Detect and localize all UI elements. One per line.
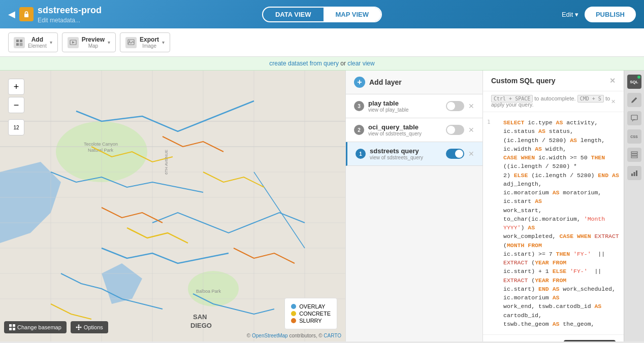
sql-area-wrapper: Custom SQL query ✕ Ctrl + SPACE to autoc…	[483, 71, 624, 341]
clear-view-link-top[interactable]: clear view	[347, 60, 374, 67]
publish-button[interactable]: PUBLISH	[585, 7, 636, 22]
top-header: ◀ sdstreets-prod Edit metadata... DATA V…	[0, 0, 644, 28]
edit-style-icon[interactable]	[627, 93, 641, 107]
add-layer-row[interactable]: + Add layer	[346, 71, 482, 94]
layer-close-3[interactable]: ✕	[468, 102, 474, 110]
export-image-text: Export Image	[140, 36, 159, 49]
comment-icon[interactable]	[627, 111, 641, 125]
options-label: Options	[84, 324, 103, 330]
layer-row-2[interactable]: 2 oci_query_table view of sdstreets_quer…	[346, 118, 482, 142]
zoom-level-indicator: 12	[8, 119, 24, 135]
header-right: Edit ▾ PUBLISH	[562, 7, 636, 22]
svg-point-39	[78, 326, 80, 328]
lock-icon	[19, 7, 34, 21]
layer-row-3[interactable]: 3 play table view of play_table ✕	[346, 94, 482, 118]
export-image-icon	[125, 37, 137, 48]
toggle-knob-1	[455, 150, 463, 158]
map-attribution: © OpenStreetMap contributors, © CARTO	[247, 333, 341, 338]
css-icon[interactable]: CSS	[627, 129, 641, 144]
dataset-title: sdstreets-prod	[38, 5, 102, 16]
layer-name-3: play table	[368, 99, 442, 107]
tab-map-view[interactable]: MAP VIEW	[324, 8, 381, 21]
sql-hint-bar: Ctrl + SPACE to autocomplete. CMD + S to…	[483, 91, 624, 112]
apply-query-button[interactable]: Apply query	[564, 340, 616, 341]
svg-text:Balboa Park: Balboa Park	[196, 289, 221, 294]
svg-rect-50	[636, 170, 637, 176]
osm-link[interactable]: OpenStreetMap	[252, 333, 288, 338]
layer-sub-2: view of sdstreets_query	[368, 131, 442, 136]
sql-code-area[interactable]: 1 SELECT ic.type AS activity, ic.status …	[483, 112, 624, 334]
layer-toggle-1[interactable]	[446, 149, 464, 159]
layer-name-1: sdstreets query	[370, 147, 442, 155]
tab-data-view[interactable]: DATA VIEW	[263, 8, 324, 21]
export-image-button[interactable]: Export Image ▾	[120, 32, 170, 52]
view-tabs: DATA VIEW MAP VIEW	[262, 7, 382, 22]
legend-label-overlay: OVERLAY	[299, 303, 325, 310]
svg-point-40	[78, 325, 79, 326]
change-basemap-button[interactable]: Change basemap	[4, 321, 67, 333]
layer-sub-3: view of play_table	[368, 107, 442, 113]
carto-link[interactable]: CARTO	[324, 333, 341, 338]
svg-rect-45	[631, 152, 637, 153]
svg-rect-37	[9, 328, 12, 330]
sql-panel-header: Custom SQL query ✕	[483, 71, 624, 91]
sql-active-dot	[637, 76, 640, 79]
sql-icon[interactable]: SQL	[627, 75, 641, 89]
line-number: 1	[487, 118, 491, 127]
options-button[interactable]: Options	[71, 321, 108, 333]
add-layer-label: Add layer	[369, 78, 402, 86]
layer-toggle-2[interactable]	[446, 125, 464, 135]
legend-item-slurry: SLURRY	[291, 318, 331, 324]
sql-hint-close[interactable]: ✕	[611, 98, 616, 105]
svg-rect-46	[631, 154, 637, 156]
side-toolbar: SQL CSS	[624, 71, 644, 341]
layer-number-2: 2	[354, 125, 364, 135]
preview-map-label: Preview	[82, 36, 105, 43]
add-element-icon	[14, 37, 25, 48]
right-panel: + Add layer 3 play table view of play_ta…	[345, 71, 644, 341]
zoom-in-button[interactable]: +	[8, 79, 24, 95]
legend-label-concrete: CONCRETE	[299, 311, 331, 317]
add-element-button[interactable]: Add Element ▾	[8, 32, 58, 52]
layer-toggle-3[interactable]	[446, 101, 464, 111]
svg-rect-0	[24, 14, 28, 17]
svg-point-42	[76, 327, 77, 328]
layer-close-1[interactable]: ✕	[468, 150, 474, 158]
layer-close-2[interactable]: ✕	[468, 126, 474, 134]
chart-icon[interactable]	[627, 166, 641, 180]
svg-text:Natural Park: Natural Park	[88, 148, 114, 153]
layer-info-3: play table view of play_table	[368, 99, 442, 113]
edit-metadata-link[interactable]: Edit metadata...	[38, 17, 102, 24]
add-element-sub: Element	[28, 43, 47, 49]
preview-map-button[interactable]: Preview Map ▾	[62, 32, 116, 52]
cmd-s-hint: CMD + S	[577, 95, 604, 102]
layer-number-1: 1	[356, 149, 366, 159]
svg-rect-3	[16, 43, 19, 46]
export-image-sub: Image	[140, 43, 159, 49]
create-dataset-link[interactable]: create dataset from query	[269, 60, 339, 67]
toggle-knob-3	[447, 102, 455, 110]
preview-map-chevron: ▾	[108, 40, 110, 45]
sql-close-icon[interactable]: ✕	[609, 77, 616, 85]
svg-rect-36	[13, 324, 15, 327]
legend-item-overlay: OVERLAY	[291, 303, 331, 310]
edit-dropdown-button[interactable]: Edit ▾	[562, 11, 578, 18]
legend-item-concrete: CONCRETE	[291, 311, 331, 317]
zoom-out-button[interactable]: −	[8, 97, 24, 113]
export-image-chevron: ▾	[162, 40, 165, 45]
legend-dot-concrete	[291, 311, 296, 316]
back-button[interactable]: ◀	[8, 9, 15, 20]
notification-bar: create dataset from query or clear view	[0, 57, 644, 71]
add-element-label: Add	[28, 36, 47, 43]
svg-point-41	[78, 329, 79, 330]
legend-label-slurry: SLURRY	[299, 318, 321, 324]
map-area[interactable]: Tecolote Canyon Natural Park Balboa Park	[0, 71, 345, 341]
map-controls: + − 12	[8, 79, 24, 135]
sql-panel-title: Custom SQL query	[491, 77, 556, 85]
svg-rect-35	[9, 324, 12, 327]
layer-icon[interactable]	[627, 148, 641, 162]
svg-point-8	[129, 40, 130, 41]
layer-row-1[interactable]: 1 sdstreets query view of sdstreets_quer…	[346, 142, 482, 166]
preview-map-sub: Map	[82, 43, 105, 49]
layer-number-3: 3	[354, 101, 364, 111]
